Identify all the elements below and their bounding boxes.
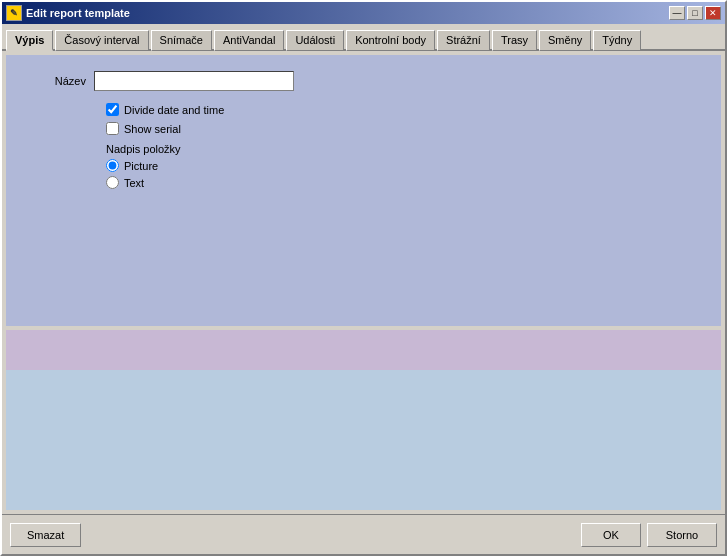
tab-udalosti[interactable]: Události [286, 30, 344, 51]
nazev-label: Název [26, 75, 86, 87]
bottom-bar: Smazat OK Storno [2, 514, 725, 554]
picture-label: Picture [124, 160, 158, 172]
picture-radio-row: Picture [106, 159, 701, 172]
window-title: Edit report template [26, 7, 669, 19]
main-window: ✎ Edit report template — □ ✕ Výpis Časov… [0, 0, 727, 556]
title-bar-buttons: — □ ✕ [669, 6, 721, 20]
tab-bar: Výpis Časový interval Snímače AntiVandal… [2, 24, 725, 51]
nadpis-polozky-label: Nadpis položky [106, 143, 701, 155]
text-radio[interactable] [106, 176, 119, 189]
nazev-row: Název [26, 71, 701, 91]
tab-casovy-interval[interactable]: Časový interval [55, 30, 148, 51]
storno-button[interactable]: Storno [647, 523, 717, 547]
smazat-button[interactable]: Smazat [10, 523, 81, 547]
tab-antivandal[interactable]: AntiVandal [214, 30, 284, 51]
divide-date-time-checkbox[interactable] [106, 103, 119, 116]
minimize-button[interactable]: — [669, 6, 685, 20]
tab-kontrolni-body[interactable]: Kontrolní body [346, 30, 435, 51]
nazev-input[interactable] [94, 71, 294, 91]
title-bar: ✎ Edit report template — □ ✕ [2, 2, 725, 24]
lower-section [6, 370, 721, 510]
tab-snimace[interactable]: Snímače [151, 30, 212, 51]
nadpis-polozky-section: Nadpis položky Picture Text [106, 143, 701, 189]
content-area: Název Divide date and time Show serial N… [2, 51, 725, 514]
tab-strazni[interactable]: Strážní [437, 30, 490, 51]
tab-smeny[interactable]: Směny [539, 30, 591, 51]
text-radio-row: Text [106, 176, 701, 189]
tab-vypis[interactable]: Výpis [6, 30, 53, 51]
picture-radio[interactable] [106, 159, 119, 172]
upper-section: Název Divide date and time Show serial N… [6, 55, 721, 326]
tab-tydny[interactable]: Týdny [593, 30, 641, 51]
close-button[interactable]: ✕ [705, 6, 721, 20]
ok-button[interactable]: OK [581, 523, 641, 547]
show-serial-row: Show serial [106, 122, 701, 135]
divide-date-time-label: Divide date and time [124, 104, 224, 116]
text-label: Text [124, 177, 144, 189]
maximize-button[interactable]: □ [687, 6, 703, 20]
divide-date-time-row: Divide date and time [106, 103, 701, 116]
show-serial-label: Show serial [124, 123, 181, 135]
show-serial-checkbox[interactable] [106, 122, 119, 135]
middle-section [6, 330, 721, 370]
window-icon: ✎ [6, 5, 22, 21]
tab-trasy[interactable]: Trasy [492, 30, 537, 51]
main-panel: Název Divide date and time Show serial N… [6, 55, 721, 326]
